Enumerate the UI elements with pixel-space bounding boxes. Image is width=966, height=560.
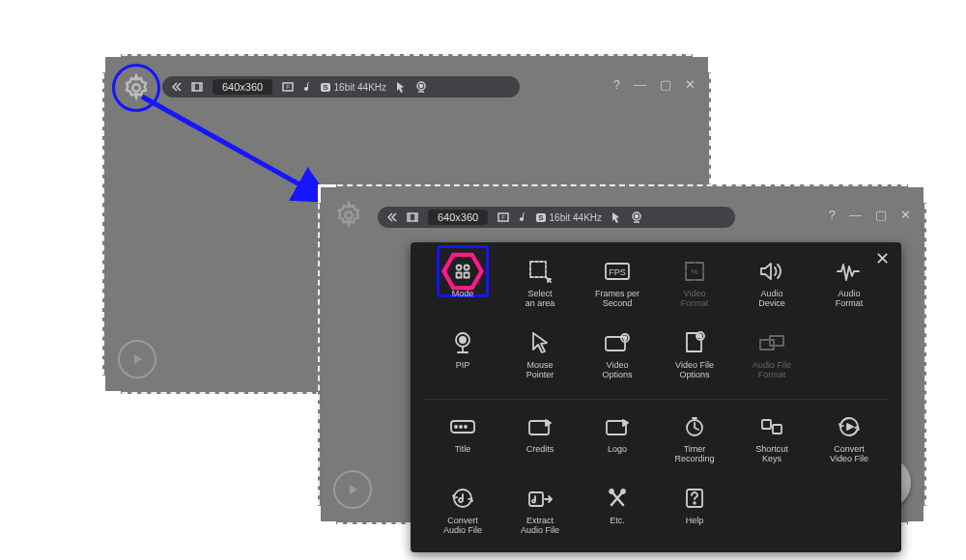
mode-icon [449,258,476,285]
settings-item-extract-audio[interactable]: Extract Audio File [501,479,579,546]
settings-button[interactable] [327,194,370,237]
collapse-toggle[interactable] [172,82,182,92]
settings-item-help[interactable]: Help [656,479,733,546]
maximize-button[interactable]: ▢ [875,208,887,222]
minimize-button[interactable]: — [634,77,646,92]
mode-icon-button[interactable] [191,82,203,92]
audio-file-format-icon [758,329,785,356]
settings-item-video-format[interactable]: %Video Format [656,252,733,320]
crop-corner-bl [318,506,336,524]
audio-toggle[interactable] [519,211,526,223]
dimensions-pill[interactable]: 640x360 [428,210,488,225]
fullscreen-toggle[interactable]: F [282,82,294,92]
settings-button-highlighted[interactable] [112,64,160,112]
minimize-button[interactable]: — [849,208,862,222]
settings-item-fps[interactable]: FPSFrames per Second [579,252,656,320]
settings-item-video-options[interactable]: Video Options [579,323,656,391]
screen-f-icon: F [282,82,294,92]
settings-item-mode[interactable]: Mode [424,252,501,320]
svg-rect-16 [465,273,469,278]
maximize-button[interactable]: ▢ [660,77,671,92]
fullscreen-toggle[interactable]: F [497,212,509,222]
settings-item-audio-file-format[interactable]: Audio File Format [733,323,810,391]
svg-rect-17 [530,262,546,277]
settings-item-mouse-pointer[interactable]: Mouse Pointer [501,323,579,391]
settings-item-label: Timer Recording [674,444,714,464]
help-button[interactable]: ? [829,208,836,222]
collapse-toggle[interactable] [387,212,397,222]
svg-text:FPS: FPS [609,267,626,277]
video-format-icon: % [681,258,708,285]
music-note-icon [303,81,311,93]
settings-item-select-area[interactable]: Select an area [501,252,579,320]
settings-item-logo[interactable]: Logo [579,407,656,475]
frame-icon [407,212,418,222]
settings-item-convert-video[interactable]: Convert Video File [810,407,888,475]
svg-point-42 [610,490,613,493]
crop-corner-tr [693,54,711,72]
crop-corner-bl [102,376,121,394]
settings-item-convert-audio[interactable]: Convert Audio File [424,479,501,546]
cursor-toggle[interactable] [396,81,406,93]
settings-item-etc[interactable]: Etc. [579,479,656,546]
help-icon [681,485,708,512]
timer-icon [681,413,708,440]
etc-icon [604,485,631,512]
svg-rect-29 [770,336,783,346]
webcam-toggle[interactable] [415,81,427,93]
settings-item-shortcut[interactable]: Shortcut Keys [733,407,810,475]
settings-item-label: Convert Video File [830,444,868,464]
settings-item-label: Audio Device [758,289,785,309]
settings-item-title[interactable]: Title [424,407,501,475]
cursor-toggle[interactable] [611,211,621,223]
svg-point-7 [345,211,353,219]
audio-toggle[interactable] [303,81,311,93]
webcam-icon [631,211,642,223]
svg-point-22 [460,337,466,343]
panel-close-button[interactable]: ✕ [875,250,890,267]
play-button[interactable] [333,470,372,509]
audio-format-button[interactable]: S16bit 44KHz [321,82,386,93]
screen-f-icon: F [497,212,509,222]
settings-item-label: Select an area [526,289,555,309]
mouse-pointer-icon [526,329,554,356]
mode-icon-button[interactable] [407,212,418,222]
title-icon [449,413,476,440]
settings-item-label: Etc. [610,516,625,525]
settings-item-credits[interactable]: Credits [501,407,579,475]
settings-item-label: Audio File Format [753,360,791,380]
settings-item-label: Extract Audio File [521,516,559,536]
window-controls: ? — ▢ ✕ [829,208,911,222]
webcam-toggle[interactable] [631,211,642,223]
settings-item-video-file-options[interactable]: Video File Options [656,323,733,391]
dimensions-pill[interactable]: 640x360 [213,79,272,95]
svg-rect-37 [762,420,771,429]
play-icon [130,352,144,366]
help-button[interactable]: ? [613,77,620,92]
settings-item-pip[interactable]: PIP [424,323,501,391]
svg-point-12 [636,215,639,218]
svg-point-13 [457,266,462,270]
settings-item-timer[interactable]: Timer Recording [656,407,733,475]
window-controls: ? — ▢ ✕ [613,77,696,92]
cursor-icon [611,211,621,223]
close-button[interactable]: ✕ [685,77,696,92]
settings-item-label: Video Options [602,360,632,380]
toolbar: 640x360 F S16bit 44KHz [162,76,520,98]
settings-item-label: Logo [608,444,627,454]
select-area-icon [526,258,554,285]
settings-item-label: Video Format [681,289,709,309]
play-button[interactable] [118,340,156,378]
audio-format-icon [836,258,863,285]
play-icon [346,483,359,496]
svg-point-25 [624,337,627,340]
settings-item-label: Help [686,516,704,525]
svg-text:F: F [286,84,290,90]
settings-item-label: Mode [452,289,474,298]
audio-device-icon [758,258,785,285]
close-button[interactable]: ✕ [900,208,911,222]
settings-item-audio-device[interactable]: Audio Device [733,252,810,320]
recorder-window-expanded: 640x360 F S16bit 44KHz ? — ▢ ✕ ✕ ModeSel… [318,184,926,524]
extract-audio-icon [526,485,554,512]
audio-format-button[interactable]: S16bit 44KHz [536,212,602,223]
